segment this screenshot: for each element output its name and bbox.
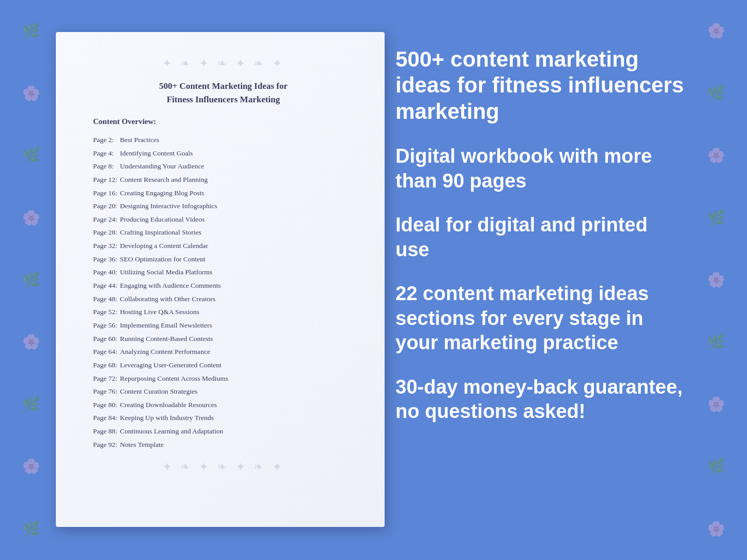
floral-sprig: 🌿	[707, 86, 725, 101]
toc-topic: Content Research and Planning	[120, 176, 208, 183]
toc-page-num: Page 2:	[93, 133, 120, 147]
toc-page-num: Page 44:	[93, 279, 120, 292]
toc-topic: Designing Interactive Infographics	[120, 202, 217, 210]
toc-topic: Implementing Email Newsletters	[120, 321, 212, 329]
toc-item: Page 4:Identifying Content Goals	[93, 147, 354, 160]
floral-sprig: 🌿	[22, 148, 40, 163]
toc-item: Page 2:Best Practices	[93, 133, 354, 147]
floral-sprig: 🌸	[22, 335, 40, 349]
floral-sprig: 🌿	[707, 459, 725, 474]
toc-page-num: Page 12:	[93, 173, 120, 186]
toc-topic: Content Curation Strategies	[120, 387, 197, 395]
toc-item: Page 32:Developing a Content Calendar	[93, 239, 354, 253]
floral-sprig: 🌸	[707, 24, 725, 38]
toc-item: Page 56:Implementing Email Newsletters	[93, 319, 354, 332]
toc-topic: Producing Educational Videos	[120, 215, 205, 223]
toc-topic: Analyzing Content Performance	[120, 348, 210, 355]
toc-item: Page 12:Content Research and Planning	[93, 173, 354, 186]
toc-topic: Creating Downloadable Resources	[120, 401, 217, 409]
toc-item: Page 76:Content Curation Strategies	[93, 385, 354, 398]
toc-page-num: Page 64:	[93, 345, 120, 359]
book-page: ✦ ❧ ✦ ❧ ✦ ❧ ✦ 500+ Content Marketing Ide…	[56, 32, 385, 527]
toc-topic: Utilizing Social Media Platforms	[120, 268, 212, 276]
toc-topic: Collaborating with Other Creators	[120, 295, 216, 303]
page-ornament-bottom: ✦ ❧ ✦ ❧ ✦ ❧ ✦	[93, 460, 354, 474]
toc-topic: Keeping Up with Industry Trends	[120, 414, 214, 422]
floral-sprig: 🌸	[707, 148, 725, 163]
right-panel: 500+ content marketing ideas for fitness…	[395, 31, 685, 527]
toc-topic: Engaging with Audience Comments	[120, 282, 221, 289]
toc-item: Page 44:Engaging with Audience Comments	[93, 279, 354, 292]
floral-sprig: 🌸	[707, 397, 725, 412]
toc-page-num: Page 76:	[93, 385, 120, 398]
floral-sprig: 🌿	[22, 273, 40, 287]
floral-sprig: 🌸	[22, 211, 40, 225]
promo-point-3: Ideal for digital and printed use	[395, 213, 685, 262]
floral-left-border: 🌿 🌸 🌿 🌸 🌿 🌸 🌿 🌸 🌿	[0, 0, 62, 560]
toc-item: Page 20:Designing Interactive Infographi…	[93, 199, 354, 213]
toc-page-num: Page 4:	[93, 147, 120, 160]
toc-item: Page 16:Creating Engaging Blog Posts	[93, 186, 354, 200]
toc-page-num: Page 40:	[93, 266, 120, 279]
promo-point-5: 30-day money-back guarantee, no question…	[395, 375, 685, 424]
toc-item: Page 40:Utilizing Social Media Platforms	[93, 266, 354, 279]
toc-topic: SEO Optimization for Content	[120, 255, 205, 263]
floral-sprig: 🌸	[22, 459, 40, 474]
book-title-line1: 500+ Content Marketing Ideas for	[159, 81, 288, 91]
toc-item: Page 28:Crafting Inspirational Stories	[93, 226, 354, 239]
toc-page-num: Page 36:	[93, 253, 120, 266]
floral-sprig: 🌸	[707, 273, 725, 287]
toc-page-num: Page 48:	[93, 292, 120, 306]
promo-point-2: Digital workbook with more than 90 pages	[395, 144, 685, 193]
floral-sprig: 🌿	[22, 24, 40, 38]
toc-page-num: Page 88:	[93, 425, 120, 438]
toc-item: Page 72:Repurposing Content Across Mediu…	[93, 372, 354, 385]
toc-item: Page 60:Running Content-Based Contests	[93, 332, 354, 346]
toc-page-num: Page 8:	[93, 160, 120, 173]
book-title-line2: Fitness Influencers Marketing	[166, 95, 280, 104]
toc-topic: Developing a Content Calendar	[120, 242, 208, 250]
toc-item: Page 88:Continuous Learning and Adaptati…	[93, 425, 354, 438]
toc-page-num: Page 20:	[93, 199, 120, 213]
toc-topic: Repurposing Content Across Mediums	[120, 375, 228, 382]
toc-page-num: Page 72:	[93, 372, 120, 385]
floral-sprig: 🌸	[707, 522, 725, 536]
toc-page-num: Page 52:	[93, 305, 120, 319]
toc-item: Page 64:Analyzing Content Performance	[93, 345, 354, 359]
toc-topic: Crafting Inspirational Stories	[120, 228, 201, 236]
toc-item: Page 52:Hosting Live Q&A Sessions	[93, 305, 354, 319]
toc-page-num: Page 92:	[93, 438, 120, 452]
book-title: 500+ Content Marketing Ideas for Fitness…	[93, 80, 354, 106]
toc-page-num: Page 24:	[93, 213, 120, 226]
toc-page-num: Page 60:	[93, 332, 120, 346]
toc-topic: Best Practices	[120, 136, 159, 144]
toc-topic: Understanding Your Audience	[120, 162, 204, 170]
toc-heading: Content Overview:	[93, 117, 354, 126]
toc-page-num: Page 56:	[93, 319, 120, 332]
toc-item: Page 68:Leveraging User-Generated Conten…	[93, 359, 354, 372]
toc-item: Page 8:Understanding Your Audience	[93, 160, 354, 173]
toc-page-num: Page 16:	[93, 186, 120, 200]
toc-item: Page 80:Creating Downloadable Resources	[93, 398, 354, 412]
toc-topic: Notes Template	[120, 441, 164, 448]
toc-page-num: Page 28:	[93, 226, 120, 239]
toc-item: Page 92:Notes Template	[93, 438, 354, 452]
toc-topic: Continuous Learning and Adaptation	[120, 427, 223, 435]
table-of-contents: Page 2:Best PracticesPage 4:Identifying …	[93, 133, 354, 451]
toc-topic: Identifying Content Goals	[120, 149, 193, 157]
toc-item: Page 48:Collaborating with Other Creator…	[93, 292, 354, 306]
toc-topic: Hosting Live Q&A Sessions	[120, 308, 199, 316]
floral-sprig: 🌿	[707, 211, 725, 225]
toc-page-num: Page 68:	[93, 359, 120, 372]
toc-item: Page 24:Producing Educational Videos	[93, 213, 354, 226]
promo-point-4: 22 content marketing ideas sections for …	[395, 282, 685, 355]
toc-page-num: Page 32:	[93, 239, 120, 253]
promo-point-1: 500+ content marketing ideas for fitness…	[395, 46, 685, 125]
toc-page-num: Page 80:	[93, 398, 120, 412]
toc-topic: Running Content-Based Contests	[120, 335, 213, 343]
page-ornament-top: ✦ ❧ ✦ ❧ ✦ ❧ ✦	[93, 57, 354, 70]
toc-item: Page 84:Keeping Up with Industry Trends	[93, 411, 354, 425]
toc-topic: Creating Engaging Blog Posts	[120, 189, 204, 197]
floral-right-border: 🌸 🌿 🌸 🌿 🌸 🌿 🌸 🌿 🌸	[685, 0, 747, 560]
toc-page-num: Page 84:	[93, 411, 120, 425]
